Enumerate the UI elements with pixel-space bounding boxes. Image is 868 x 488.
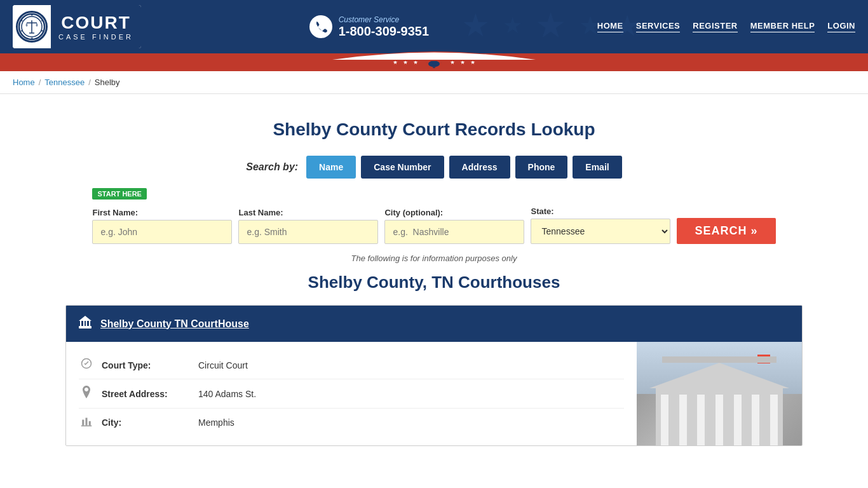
detail-row-city: City: Memphis <box>79 409 624 436</box>
svg-rect-21 <box>86 418 88 426</box>
first-name-group: First Name: <box>92 208 232 244</box>
detail-row-address: Street Address: 140 Adams St. <box>79 379 624 409</box>
last-name-input[interactable] <box>238 220 378 244</box>
breadcrumb-bar: Home / Tennessee / Shelby <box>0 71 868 94</box>
courthouse-name-link[interactable]: Shelby County TN CourtHouse <box>100 318 249 330</box>
address-icon <box>79 386 94 402</box>
phone-icon <box>309 15 332 38</box>
state-select[interactable]: Tennessee <box>531 219 670 244</box>
site-header: ★ ★ ★ ★ ★ ★ COURT <box>0 0 868 71</box>
nav-services[interactable]: SERVICES <box>636 21 681 32</box>
logo-case-finder-text: CASE FINDER <box>58 33 133 41</box>
breadcrumb-sep-2: / <box>88 78 91 87</box>
tab-name[interactable]: Name <box>306 156 356 179</box>
breadcrumb-tennessee[interactable]: Tennessee <box>44 78 85 87</box>
city-input[interactable] <box>384 220 524 244</box>
first-name-label: First Name: <box>92 208 232 217</box>
last-name-label: Last Name: <box>238 208 378 217</box>
svg-rect-20 <box>82 420 84 426</box>
courthouse-image <box>637 342 802 445</box>
breadcrumb-shelby: Shelby <box>95 78 120 87</box>
search-by-row: Search by: Name Case Number Address Phon… <box>65 156 803 179</box>
nav-register[interactable]: REGISTER <box>693 21 737 32</box>
detail-row-court-type: Court Type: Circuit Court <box>79 351 624 379</box>
last-name-group: Last Name: <box>238 208 378 244</box>
state-label: State: <box>531 207 670 216</box>
svg-rect-16 <box>86 321 87 326</box>
city-group: City (optional): <box>384 208 524 244</box>
nav-home[interactable]: HOME <box>597 21 623 32</box>
search-button[interactable]: SEARCH » <box>677 218 775 244</box>
city-icon <box>79 415 94 430</box>
courthouse-card: Shelby County TN CourtHouse Court Type: … <box>65 305 803 446</box>
nav-member-help[interactable]: MEMBER HELP <box>750 21 815 32</box>
city-value: Memphis <box>198 417 234 428</box>
page-title: Shelby County Court Records Lookup <box>65 119 803 140</box>
svg-rect-22 <box>89 421 91 426</box>
tab-case-number[interactable]: Case Number <box>361 156 444 179</box>
courthouse-body: Court Type: Circuit Court Street Address… <box>66 342 802 445</box>
courthouses-title: Shelby County, TN Courthouses <box>65 273 803 292</box>
svg-rect-15 <box>83 321 85 326</box>
court-type-icon <box>79 358 94 372</box>
eagle-bar: ★ ★ ★ ★ ★ ★ <box>0 53 868 71</box>
svg-marker-18 <box>79 316 92 321</box>
courthouse-icon <box>78 315 93 333</box>
tab-address[interactable]: Address <box>449 156 510 179</box>
breadcrumb: Home / Tennessee / Shelby <box>13 78 855 87</box>
search-form-row: First Name: Last Name: City (optional): … <box>92 207 775 244</box>
svg-rect-13 <box>79 326 92 329</box>
breadcrumb-home[interactable]: Home <box>13 78 35 87</box>
street-address-value: 140 Adams St. <box>198 389 256 399</box>
nav-login[interactable]: LOGIN <box>827 21 855 32</box>
courthouse-header: Shelby County TN CourtHouse <box>66 306 802 342</box>
main-nav: HOME SERVICES REGISTER MEMBER HELP LOGIN <box>597 21 855 32</box>
court-type-label: Court Type: <box>102 360 191 370</box>
svg-rect-14 <box>80 321 81 326</box>
search-by-label: Search by: <box>246 161 298 173</box>
svg-rect-23 <box>81 426 92 427</box>
site-logo: ★ ★ ★ ★ ★ ★ COURT <box>13 5 141 48</box>
main-content: Shelby County Court Records Lookup Searc… <box>53 94 815 471</box>
customer-service-phone: 1-800-309-9351 <box>339 24 429 39</box>
search-section: Search by: Name Case Number Address Phon… <box>65 156 803 263</box>
svg-rect-17 <box>89 321 90 326</box>
courthouse-details: Court Type: Circuit Court Street Address… <box>66 342 637 445</box>
city-label: City (optional): <box>384 208 524 217</box>
city-label-detail: City: <box>102 417 191 428</box>
info-note: The following is for information purpose… <box>65 254 803 263</box>
logo-court-text: COURT <box>61 13 131 33</box>
state-group: State: Tennessee <box>531 207 670 244</box>
customer-service-label: Customer Service <box>339 15 429 24</box>
customer-service: Customer Service 1-800-309-9351 <box>309 15 429 39</box>
tab-email[interactable]: Email <box>573 156 621 179</box>
logo-seal: ★ ★ ★ ★ ★ ★ <box>16 11 48 43</box>
court-type-value: Circuit Court <box>198 360 248 370</box>
start-here-badge: START HERE <box>92 188 146 200</box>
street-address-label: Street Address: <box>102 389 191 399</box>
breadcrumb-sep-1: / <box>39 78 41 87</box>
first-name-input[interactable] <box>92 220 232 244</box>
tab-phone[interactable]: Phone <box>515 156 568 179</box>
